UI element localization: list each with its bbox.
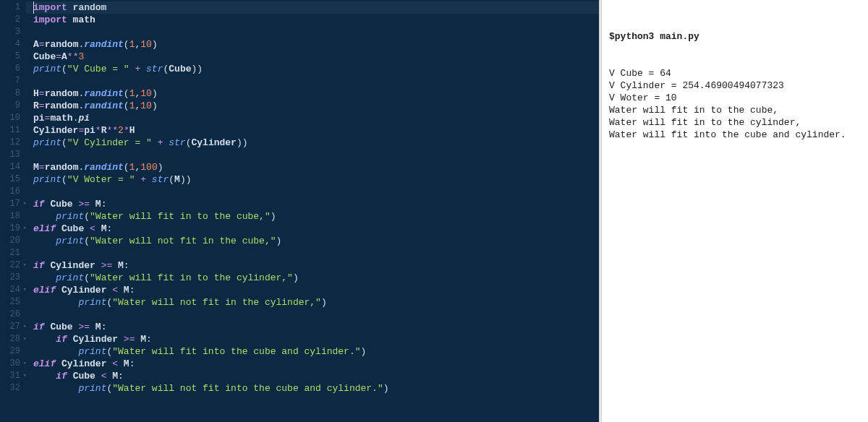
code-line[interactable]: print("Water will fit into the cube and … bbox=[33, 345, 599, 358]
line-number: 26 bbox=[0, 309, 20, 321]
code-line[interactable]: if Cube >= M: bbox=[33, 198, 599, 210]
line-number: 6 bbox=[0, 63, 20, 75]
code-line[interactable]: Cube=A**3 bbox=[33, 51, 599, 63]
terminal-output: V Cube = 64 V Cylinder = 254.46900494077… bbox=[609, 67, 861, 141]
code-line[interactable] bbox=[33, 149, 599, 161]
code-line[interactable]: H=random.randint(1,10) bbox=[33, 87, 599, 100]
line-number: 11 bbox=[0, 124, 20, 137]
line-number: 29 bbox=[0, 345, 20, 358]
line-number: 25 bbox=[0, 296, 20, 309]
line-number: 7 bbox=[0, 75, 20, 87]
code-area[interactable]: import randomimport mathA=random.randint… bbox=[26, 0, 599, 422]
code-line[interactable]: print("Water will not fit in the cylinde… bbox=[33, 296, 599, 309]
line-number: 20 bbox=[0, 235, 20, 247]
line-number: 22 bbox=[0, 259, 20, 272]
code-line[interactable]: if Cylinder >= M: bbox=[33, 259, 599, 272]
code-line[interactable]: A=random.randint(1,10) bbox=[33, 38, 599, 51]
line-number: 12 bbox=[0, 137, 20, 149]
line-number: 23 bbox=[0, 272, 20, 284]
line-number: 4 bbox=[0, 38, 20, 51]
code-line[interactable] bbox=[33, 75, 599, 87]
code-line[interactable]: elif Cylinder < M: bbox=[33, 358, 599, 370]
editor-pane[interactable]: 1234567891011121314151617181920212223242… bbox=[0, 0, 599, 422]
text-cursor bbox=[33, 1, 34, 14]
code-line[interactable]: print("V Cylinder = " + str(Cylinder)) bbox=[33, 137, 599, 149]
line-number: 14 bbox=[0, 161, 20, 173]
line-number: 31 bbox=[0, 370, 20, 382]
line-number: 28 bbox=[0, 333, 20, 345]
code-line[interactable]: Cylinder=pi*R**2*H bbox=[33, 124, 599, 137]
code-line[interactable] bbox=[33, 26, 599, 38]
line-number: 30 bbox=[0, 358, 20, 370]
code-line[interactable]: pi=math.pi bbox=[33, 112, 599, 124]
line-number: 13 bbox=[0, 149, 20, 161]
code-line[interactable] bbox=[33, 247, 599, 259]
line-number: 10 bbox=[0, 112, 20, 124]
code-line[interactable]: if Cube < M: bbox=[33, 370, 599, 382]
code-line[interactable]: R=random.randint(1,10) bbox=[33, 100, 599, 112]
code-line[interactable] bbox=[33, 186, 599, 198]
code-line[interactable]: print("V Woter = " + str(M)) bbox=[33, 173, 599, 186]
code-line[interactable]: print("Water will fit in to the cube,") bbox=[33, 210, 599, 223]
line-number-gutter: 1234567891011121314151617181920212223242… bbox=[0, 0, 26, 422]
line-number: 2 bbox=[0, 14, 20, 26]
line-number: 15 bbox=[0, 173, 20, 186]
line-number: 24 bbox=[0, 284, 20, 296]
code-line[interactable]: if Cylinder >= M: bbox=[33, 333, 599, 345]
line-number: 27 bbox=[0, 321, 20, 333]
code-line[interactable]: print("Water will fit in to the cylinder… bbox=[33, 272, 599, 284]
line-number: 3 bbox=[0, 26, 20, 38]
code-line[interactable]: import random bbox=[33, 1, 599, 14]
line-number: 19 bbox=[0, 223, 20, 235]
code-line[interactable]: print("Water will not fit into the cube … bbox=[33, 382, 599, 395]
code-line[interactable]: print("V Cube = " + str(Cube)) bbox=[33, 63, 599, 75]
code-line[interactable] bbox=[33, 309, 599, 321]
line-number: 9 bbox=[0, 100, 20, 112]
line-number: 32 bbox=[0, 382, 20, 395]
line-number: 16 bbox=[0, 186, 20, 198]
line-number: 18 bbox=[0, 210, 20, 223]
line-number: 21 bbox=[0, 247, 20, 259]
line-number: 8 bbox=[0, 87, 20, 100]
line-number: 5 bbox=[0, 51, 20, 63]
code-line[interactable]: if Cube >= M: bbox=[33, 321, 599, 333]
line-number: 17 bbox=[0, 198, 20, 210]
code-line[interactable]: print("Water will not fit in the cube,") bbox=[33, 235, 599, 247]
terminal-command: $python3 main.py bbox=[609, 30, 861, 43]
line-number: 1 bbox=[0, 1, 20, 14]
output-pane[interactable]: $python3 main.py V Cube = 64 V Cylinder … bbox=[602, 0, 868, 422]
code-line[interactable]: elif Cylinder < M: bbox=[33, 284, 599, 296]
code-line[interactable]: elif Cube < M: bbox=[33, 223, 599, 235]
code-line[interactable]: M=random.randint(1,100) bbox=[33, 161, 599, 173]
code-line[interactable]: import math bbox=[33, 14, 599, 26]
